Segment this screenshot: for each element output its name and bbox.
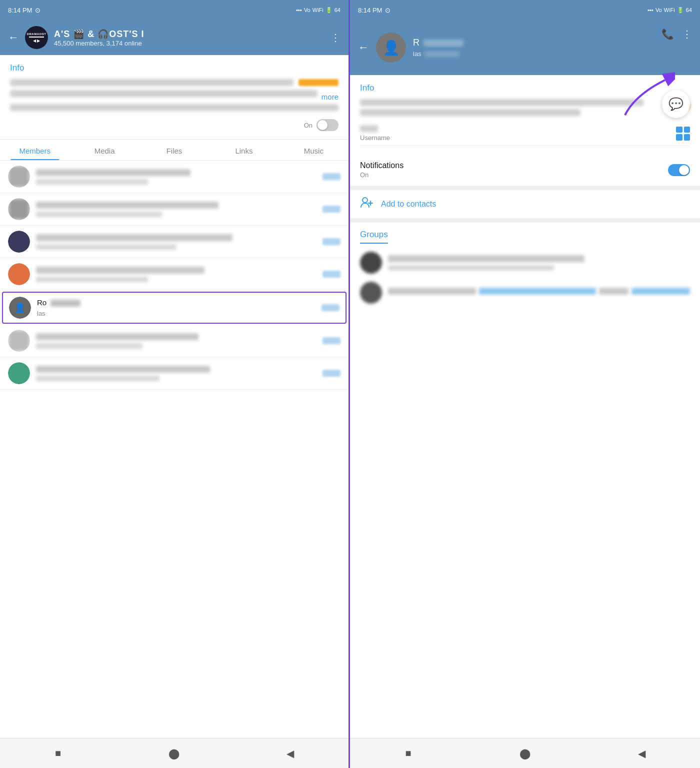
avatar	[8, 362, 30, 384]
avatar	[8, 166, 30, 188]
member-action	[322, 173, 340, 180]
tab-members[interactable]: Members	[0, 140, 70, 160]
avatar	[8, 263, 30, 285]
member-info	[36, 169, 316, 185]
add-to-contacts-text[interactable]: Add to contacts	[381, 200, 436, 209]
more-link[interactable]: more	[322, 93, 338, 101]
bottom-nav-right: ■ ⬤ ◀	[350, 738, 700, 768]
square-button-right[interactable]: ■	[402, 746, 416, 760]
avatar: 👤	[9, 297, 31, 319]
toggle-label: On	[304, 122, 312, 129]
avatar	[8, 198, 30, 220]
tab-links[interactable]: Links	[209, 140, 278, 160]
section-separator-2	[350, 219, 700, 223]
group-info	[388, 255, 690, 271]
channel-logo: DRAMAOST ◀ ▶	[25, 26, 48, 49]
member-status: las	[37, 310, 46, 317]
back-button-right[interactable]: ←	[358, 41, 369, 54]
info-label-right: Info	[360, 83, 690, 93]
tab-media[interactable]: Media	[70, 140, 139, 160]
qr-code-icon[interactable]	[676, 127, 690, 141]
info-section-left: Info more On	[0, 55, 348, 140]
list-item[interactable]	[360, 278, 690, 308]
message-icon: 💬	[668, 97, 684, 111]
more-menu-right[interactable]: ⋮	[682, 28, 692, 40]
notifications-toggle-right[interactable]	[668, 164, 690, 176]
group-avatar	[360, 252, 382, 274]
channel-name: A'S 🎬 & 🎧OST'S I	[54, 29, 144, 40]
notifications-title: Notifications	[360, 161, 404, 170]
notifications-status: On	[360, 171, 404, 179]
home-button-left[interactable]: ⬤	[167, 746, 181, 760]
avatar	[8, 231, 30, 253]
list-item[interactable]	[0, 161, 348, 193]
home-button-right[interactable]: ⬤	[518, 746, 532, 760]
back-button-nav-left[interactable]: ◀	[284, 746, 298, 760]
list-item[interactable]	[360, 248, 690, 278]
list-item[interactable]	[0, 193, 348, 226]
user-avatar: 👤	[376, 33, 406, 63]
message-circle-button[interactable]: 💬	[662, 90, 690, 118]
status-bar-right: 8:14 PM ⊙ ▪▪▪ Vo WiFi 🔋 64	[350, 0, 700, 20]
list-item[interactable]	[0, 226, 348, 258]
square-button-left[interactable]: ■	[51, 746, 65, 760]
notifications-toggle-left[interactable]	[316, 119, 338, 131]
member-info	[36, 333, 316, 349]
time-right: 8:14 PM	[358, 7, 382, 14]
call-button[interactable]: 📞	[662, 28, 674, 40]
member-info	[36, 366, 316, 381]
whatsapp-icon-right: ⊙	[385, 7, 390, 14]
member-info: Ro las	[37, 298, 316, 318]
group-info	[388, 288, 690, 298]
nav-bar-left: ← DRAMAOST ◀ ▶ A'S 🎬 & 🎧OST'S I 45,500 m…	[0, 20, 348, 55]
member-info	[36, 234, 316, 250]
info-text-2	[10, 90, 318, 97]
list-item[interactable]	[0, 258, 348, 291]
member-action	[322, 206, 340, 213]
info-text-1	[10, 79, 294, 86]
highlighted-member[interactable]: 👤 Ro las	[2, 292, 346, 324]
member-info	[36, 202, 316, 217]
add-to-contacts-row[interactable]: Add to contacts	[350, 190, 700, 219]
back-button-left[interactable]: ←	[8, 31, 19, 44]
status-icons-right: ▪▪▪ Vo WiFi 🔋 64	[648, 7, 692, 14]
status-icons-left: ▪▪▪ Vo WiFi 🔋 64	[296, 7, 340, 14]
member-action	[322, 271, 340, 278]
username-label: Username	[360, 134, 390, 142]
list-item[interactable]	[0, 357, 348, 390]
toggle-row: On	[10, 119, 338, 131]
member-action	[322, 370, 340, 377]
more-menu-left[interactable]: ⋮	[330, 32, 340, 44]
user-name: R	[413, 38, 420, 48]
info-section-right: Info Username	[350, 75, 700, 154]
user-info: R las	[413, 38, 464, 58]
right-panel: 8:14 PM ⊙ ▪▪▪ Vo WiFi 🔋 64 ← 👤 R	[350, 0, 700, 768]
members-list: 👤 Ro las	[0, 161, 348, 738]
whatsapp-icon-left: ⊙	[35, 7, 40, 14]
nav-bar-right: ← 👤 R las 📞 ⋮	[350, 20, 700, 75]
tab-files[interactable]: Files	[140, 140, 209, 160]
group-avatar	[360, 282, 382, 304]
member-action	[322, 337, 340, 344]
list-item[interactable]	[0, 325, 348, 357]
avatar	[8, 330, 30, 352]
status-bar-left: 8:14 PM ⊙ ▪▪▪ Vo WiFi 🔋 64	[0, 0, 348, 20]
notifications-row: Notifications On	[350, 154, 700, 186]
svg-point-1	[362, 198, 368, 203]
back-button-nav-right[interactable]: ◀	[634, 746, 648, 760]
username-row: Username	[360, 121, 690, 146]
tab-bar-left: Members Media Files Links Music	[0, 140, 348, 161]
user-status: las	[413, 50, 422, 58]
info-label-left: Info	[10, 63, 338, 73]
channel-title: A'S 🎬 & 🎧OST'S I 45,500 members, 3,174 o…	[54, 29, 144, 47]
section-separator	[350, 186, 700, 190]
member-info	[36, 267, 316, 282]
info-badge	[298, 79, 338, 86]
member-name: Ro	[37, 298, 46, 307]
left-panel: 8:14 PM ⊙ ▪▪▪ Vo WiFi 🔋 64 ← DRAMAOST ◀ …	[0, 0, 350, 768]
tab-music[interactable]: Music	[279, 140, 348, 160]
info-row-1	[10, 79, 338, 86]
time-left: 8:14 PM	[8, 7, 32, 14]
member-action	[322, 238, 340, 245]
info-text-3	[10, 104, 338, 111]
